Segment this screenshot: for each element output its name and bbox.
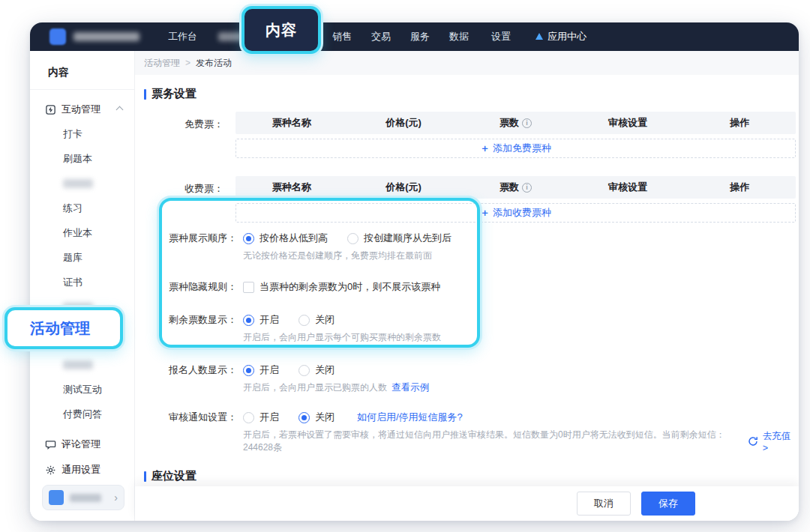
signup-display-helper: 开启后，会向用户显示已购票的人数 查看示例	[243, 381, 797, 394]
app-center-label: 应用中心	[548, 30, 586, 43]
account-badge[interactable]: ›	[42, 485, 124, 510]
nav-item-workbench[interactable]: 工作台	[168, 30, 197, 43]
col-audit: 审核设置	[572, 116, 683, 130]
nav-item-trade[interactable]: 交易	[371, 30, 391, 43]
radio-icon[interactable]	[298, 412, 310, 423]
recharge-link[interactable]: 去充值 >	[763, 430, 797, 453]
sms-service-help-link[interactable]: 如何启用/停用短信服务?	[357, 411, 463, 424]
breadcrumb-current: 发布活动	[196, 57, 232, 70]
nav-item-content[interactable]: 内容	[266, 20, 297, 40]
sidebar-group-label: 评论管理	[62, 438, 100, 451]
table-header-row: 票种名称 价格(元) 票数 i 审核设置 操作	[236, 112, 796, 134]
add-free-ticket-label: 添加免费票种	[493, 142, 551, 155]
radio-option-on[interactable]: 开启	[243, 313, 279, 327]
radio-option-on[interactable]: 开启	[243, 411, 279, 424]
sidebar-item-tiku[interactable]: 题库	[30, 245, 134, 270]
sidebar-item-test-interaction[interactable]: 测试互动	[30, 377, 134, 402]
radio-icon[interactable]	[298, 365, 310, 376]
col-ticket-name: 票种名称	[236, 116, 347, 130]
nav-item-data[interactable]: 数据	[449, 30, 469, 43]
nav-item-settings[interactable]: 设置	[491, 30, 511, 43]
app-center-icon	[535, 32, 544, 41]
interaction-management-icon	[45, 104, 56, 115]
signup-display-row: 报名人数显示： 开启 关闭	[144, 363, 797, 377]
nav-item-sales[interactable]: 销售	[332, 30, 352, 43]
nav-item-blurred[interactable]	[218, 32, 244, 41]
sidebar-item-blurred[interactable]	[30, 352, 134, 377]
comment-management-icon	[45, 439, 56, 450]
radio-label: 关闭	[315, 313, 334, 327]
radio-label: 按创建顺序从先到后	[364, 232, 452, 245]
hide-rule-checkbox-option[interactable]: 当票种的剩余票数为0时，则不展示该票种	[243, 280, 440, 294]
section-title-seating: 座位设置	[144, 469, 797, 483]
info-icon[interactable]: i	[522, 118, 532, 128]
radio-icon[interactable]	[243, 315, 254, 326]
col-actions: 操作	[684, 181, 796, 194]
hide-rule-row: 票种隐藏规则： 当票种的剩余票数为0时，则不展示该票种	[144, 280, 797, 294]
radio-option-off[interactable]: 关闭	[298, 313, 334, 327]
audit-notify-row: 审核通知设置： 开启 关闭 如何启用/停用短信服务?	[144, 411, 797, 424]
info-icon[interactable]: i	[522, 183, 532, 193]
add-paid-ticket-label: 添加收费票种	[493, 206, 551, 220]
sidebar-item-zuoyeben[interactable]: 作业本	[30, 220, 134, 245]
radio-icon[interactable]	[243, 365, 254, 376]
refresh-icon[interactable]	[748, 436, 758, 447]
breadcrumb-separator: >	[185, 58, 190, 68]
free-ticket-label: 免费票：	[144, 112, 224, 158]
cancel-button[interactable]: 取消	[577, 492, 631, 516]
radio-option-create-order[interactable]: 按创建顺序从先到后	[347, 232, 452, 245]
radio-option-off[interactable]: 关闭	[298, 411, 334, 424]
sidebar-group-comments[interactable]: 评论管理	[30, 435, 134, 453]
col-price: 价格(元)	[347, 181, 459, 194]
app-logo-icon[interactable]	[50, 28, 66, 45]
sidebar-group-label: 通用设置	[62, 463, 100, 477]
chevron-up-icon[interactable]	[116, 106, 124, 114]
sidebar-item-daka[interactable]: 打卡	[30, 121, 134, 146]
sidebar-item-paid-qa[interactable]: 付费问答	[30, 402, 134, 426]
app-logo-text-blurred	[74, 32, 140, 41]
section-marker	[144, 471, 146, 482]
radio-icon[interactable]	[298, 315, 310, 326]
radio-label: 关闭	[315, 363, 334, 377]
paid-ticket-table: 票种名称 价格(元) 票数 i 审核设置 操作 ＋	[236, 176, 796, 223]
add-paid-ticket-button[interactable]: ＋ 添加收费票种	[236, 203, 796, 223]
save-button[interactable]: 保存	[641, 492, 695, 516]
radio-icon[interactable]	[243, 412, 254, 423]
radio-label: 按价格从低到高	[260, 232, 328, 245]
breadcrumb: 活动管理 > 发布活动	[135, 51, 799, 75]
page-root: 工作台 销售 交易 服务 数据 设置 应用中心 内容	[0, 0, 810, 532]
radio-label: 关闭	[315, 411, 334, 424]
nav-item-app-center[interactable]: 应用中心	[535, 30, 586, 43]
sidebar-group-general-settings[interactable]: 通用设置	[30, 461, 134, 479]
checkbox-icon[interactable]	[243, 282, 254, 293]
highlight-callout-nav-content: 内容	[242, 6, 321, 54]
sidebar-group-interaction[interactable]: 互动管理	[30, 100, 134, 118]
app-window: 工作台 销售 交易 服务 数据 设置 应用中心 内容	[30, 22, 799, 521]
radio-option-off[interactable]: 关闭	[298, 363, 334, 377]
radio-option-on[interactable]: 开启	[243, 363, 279, 377]
sidebar-item-shuatiben[interactable]: 刷题本	[30, 146, 134, 171]
helper-text: 无论按价格还是创建顺序，免费票均排在最前面	[243, 250, 432, 262]
account-badge-icon	[49, 490, 64, 505]
nav-item-service[interactable]: 服务	[410, 30, 430, 43]
radio-option-price-asc[interactable]: 按价格从低到高	[243, 232, 328, 245]
section-title-ticketing: 票务设置	[144, 87, 797, 101]
add-free-ticket-button[interactable]: ＋ 添加免费票种	[236, 139, 796, 158]
col-count-label: 票数	[500, 181, 519, 194]
footer-action-bar: 取消 保存	[135, 486, 799, 521]
sidebar-item-zhengshu[interactable]: 证书	[30, 270, 134, 294]
chevron-right-icon: ›	[114, 492, 118, 504]
display-order-row: 票种展示顺序： 按价格从低到高 按创建顺序从先到后	[144, 232, 797, 245]
col-count-label: 票数	[500, 116, 519, 130]
sidebar-item-activity-management[interactable]: 活动管理	[30, 318, 90, 339]
col-ticket-name: 票种名称	[236, 181, 347, 194]
sidebar-item-lianxi[interactable]: 练习	[30, 196, 134, 220]
highlight-callout-activity-management: 活动管理	[4, 307, 123, 349]
breadcrumb-parent[interactable]: 活动管理	[144, 57, 180, 70]
radio-icon[interactable]	[347, 233, 358, 244]
sidebar-item-blurred[interactable]	[30, 171, 134, 196]
remaining-display-row: 剩余票数显示： 开启 关闭	[144, 313, 797, 327]
radio-icon[interactable]	[243, 233, 254, 244]
gear-icon	[45, 465, 56, 476]
view-example-link[interactable]: 查看示例	[392, 381, 429, 394]
